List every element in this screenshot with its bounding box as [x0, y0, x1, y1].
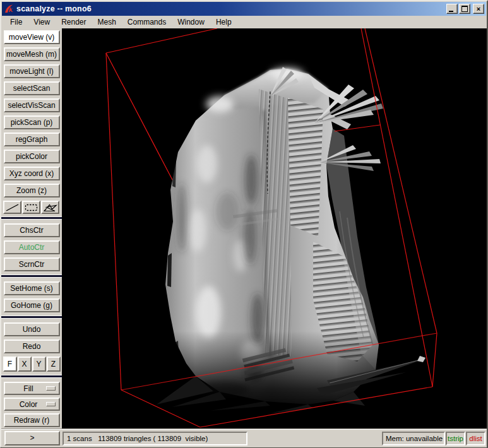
menu-bar: File View Render Mesh Commands Window He… [1, 16, 487, 28]
scan-count-status: 1 scans 113809 triangles ( 113809 visibl… [62, 432, 247, 445]
close-icon: × [477, 6, 480, 13]
status-bar: > 1 scans 113809 triangles ( 113809 visi… [1, 428, 487, 447]
undo-button[interactable]: Undo [4, 322, 60, 336]
color-option-label: Color [5, 400, 46, 409]
bounding-box-back-edge [106, 53, 179, 192]
menu-file[interactable]: File [4, 16, 28, 28]
minimize-button[interactable] [446, 4, 458, 14]
lasso-select-button[interactable] [41, 201, 59, 214]
lasso-select-icon [43, 203, 57, 212]
app-window: scanalyze -- mono6 × File View Render Me… [0, 0, 488, 448]
memory-status: Mem: unavailable [382, 432, 445, 445]
dlist-flag[interactable]: dlist [466, 432, 485, 445]
gohome-button[interactable]: GoHome (g) [4, 298, 60, 312]
axis-y-button[interactable]: Y [32, 357, 46, 372]
more-tools-button[interactable]: > [4, 431, 60, 445]
tool-movemesh-button[interactable]: moveMesh (m) [4, 47, 60, 61]
menu-commands[interactable]: Commands [122, 16, 172, 28]
color-option-menu[interactable]: Color [4, 398, 60, 411]
sethome-button[interactable]: SetHome (s) [4, 281, 60, 295]
rect-select-icon [24, 203, 39, 212]
tool-movelight-button[interactable]: moveLight (l) [4, 64, 60, 78]
tk-feather-icon [4, 4, 14, 14]
scan-render-canvas [62, 28, 487, 428]
axis-f-button[interactable]: F [3, 357, 17, 372]
fill-option-label: Fill [5, 384, 46, 393]
tool-reggraph-button[interactable]: regGraph [4, 133, 60, 146]
tool-zoom-button[interactable]: Zoom (z) [4, 184, 60, 197]
toolbar-separator [1, 315, 62, 319]
tool-pickscan-button[interactable]: pickScan (p) [4, 115, 60, 129]
chsctr-button[interactable]: ChsCtr [4, 223, 60, 237]
tool-pickcolor-button[interactable]: pickColor [4, 150, 60, 163]
title-bar[interactable]: scanalyze -- mono6 × [2, 2, 486, 16]
toolbar-separator [1, 375, 62, 378]
scrnctr-button[interactable]: ScrnCtr [4, 257, 60, 271]
tool-selectvisscan-button[interactable]: selectVisScan [4, 98, 60, 112]
toolbar-separator [1, 274, 62, 278]
toolbar-separator [1, 216, 62, 220]
close-button[interactable]: × [473, 4, 484, 14]
redraw-button[interactable]: Redraw (r) [4, 413, 60, 427]
rect-select-button[interactable] [22, 201, 40, 214]
minimize-icon [449, 11, 453, 12]
tstrip-flag[interactable]: tstrip [446, 432, 465, 445]
menu-mesh[interactable]: Mesh [92, 16, 122, 28]
tool-xyzcoord-button[interactable]: Xyz coord (x) [4, 167, 60, 180]
option-menu-indicator-icon [46, 386, 56, 391]
redo-button[interactable]: Redo [4, 339, 60, 353]
option-menu-indicator-icon [46, 402, 56, 406]
menu-window[interactable]: Window [172, 16, 210, 28]
tool-sidebar: moveView (v) moveMesh (m) moveLight (l) … [1, 28, 62, 428]
maximize-button[interactable] [459, 4, 470, 14]
menu-help[interactable]: Help [210, 16, 237, 28]
fill-option-menu[interactable]: Fill [4, 382, 60, 395]
menu-view[interactable]: View [28, 16, 56, 28]
window-title: scanalyze -- mono6 [16, 4, 445, 13]
maximize-icon [461, 6, 468, 12]
viewport-3d[interactable] [62, 28, 487, 428]
axis-z-button[interactable]: Z [47, 357, 61, 372]
axis-x-button[interactable]: X [18, 357, 32, 372]
line-select-button[interactable] [3, 201, 21, 214]
menu-render[interactable]: Render [56, 16, 92, 28]
tool-selectscan-button[interactable]: selectScan [4, 81, 60, 95]
axis-button-row: F X Y Z [3, 357, 61, 372]
tool-moveview-button[interactable]: moveView (v) [4, 30, 60, 44]
select-shape-row [3, 201, 61, 214]
line-select-icon [5, 203, 20, 212]
autoctr-button[interactable]: AutoCtr [4, 240, 60, 254]
